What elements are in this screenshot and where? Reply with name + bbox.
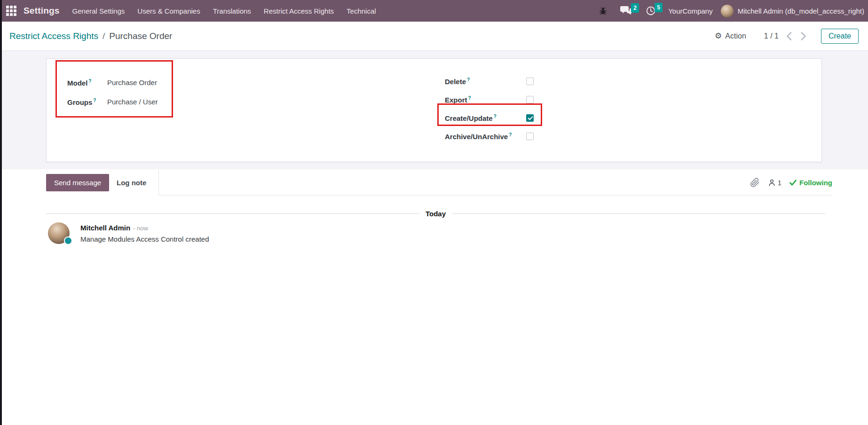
message-timestamp: - now	[133, 225, 148, 232]
menu-item-general-settings[interactable]: General Settings	[72, 7, 125, 15]
date-divider-label: Today	[426, 210, 446, 218]
following-button[interactable]: Following	[789, 179, 832, 187]
log-note-button[interactable]: Log note	[117, 174, 146, 191]
chevron-left-icon	[787, 32, 792, 40]
control-panel-right: ⚙ Action 1 / 1 Create	[715, 29, 859, 44]
activities-badge: 5	[655, 3, 663, 12]
message-text: Manage Modules Access Control created	[80, 235, 209, 243]
message-author-name: Mitchell Admin	[80, 224, 130, 232]
help-icon: ?	[88, 79, 91, 84]
help-icon: ?	[468, 95, 471, 101]
date-divider: Today	[46, 210, 825, 218]
model-field-label: Model?	[67, 79, 107, 87]
breadcrumb: Restrict Access Rights / Purchase Order	[9, 31, 172, 41]
delete-field-label: Delete?	[445, 77, 526, 86]
help-icon: ?	[494, 114, 497, 119]
model-field-value: Purchase Order	[107, 79, 157, 87]
top-navbar: Settings General Settings Users & Compan…	[0, 0, 868, 22]
field-group-right: Delete? Export? Create/Update?	[445, 72, 534, 145]
chatter-tabs-underline	[158, 195, 832, 196]
menu-item-users-companies[interactable]: Users & Companies	[137, 7, 200, 15]
archive-unarchive-checkbox[interactable]	[526, 133, 534, 140]
chevron-right-icon	[800, 32, 806, 40]
help-icon: ?	[509, 132, 512, 137]
chatter-tabs-divider	[158, 169, 159, 195]
control-panel: Restrict Access Rights / Purchase Order …	[0, 22, 868, 51]
field-row-export: Export?	[445, 90, 534, 109]
message-author-avatar	[48, 222, 70, 244]
gear-icon: ⚙	[715, 32, 722, 40]
message-header: Mitchell Admin - now	[80, 224, 209, 232]
form-sheet: Model? Purchase Order Groups? Purchase /…	[46, 58, 822, 162]
person-icon	[768, 179, 776, 187]
field-row-model: Model? Purchase Order	[67, 73, 158, 92]
pager-previous-button[interactable]	[787, 32, 792, 40]
send-message-button[interactable]: Send message	[46, 174, 109, 191]
action-menu-label: Action	[725, 32, 746, 40]
apps-grid-icon[interactable]	[6, 6, 16, 16]
field-group-left: Model? Purchase Order Groups? Purchase /…	[67, 73, 158, 111]
follower-count: 1	[778, 179, 781, 187]
groups-field-label: Groups?	[67, 98, 107, 106]
chatter: Send message Log note 1 Following	[0, 169, 868, 425]
create-update-checkbox[interactable]	[526, 114, 534, 122]
chatter-toolbar-right: 1 Following	[750, 174, 832, 191]
field-row-groups: Groups? Purchase / User	[67, 92, 158, 111]
form-view-background: Model? Purchase Order Groups? Purchase /…	[0, 51, 868, 169]
groups-field-value: Purchase / User	[107, 98, 158, 106]
activities-clock-icon[interactable]: 5	[646, 6, 656, 16]
breadcrumb-current: Purchase Order	[109, 31, 172, 41]
help-icon: ?	[467, 77, 470, 82]
app-menu-settings[interactable]: Settings	[24, 6, 60, 16]
followers-button[interactable]: 1	[768, 179, 781, 187]
menu-item-translations[interactable]: Translations	[213, 7, 251, 15]
create-update-field-label: Create/Update?	[445, 114, 526, 122]
check-icon	[789, 180, 797, 186]
action-menu-button[interactable]: ⚙ Action	[715, 32, 746, 40]
export-field-label: Export?	[445, 95, 526, 104]
create-button[interactable]: Create	[821, 29, 859, 44]
delete-checkbox[interactable]	[526, 78, 534, 85]
user-avatar[interactable]	[721, 5, 734, 17]
user-menu[interactable]: Mitchell Admin (db_model_access_right)	[738, 7, 864, 15]
field-row-create-update: Create/Update?	[445, 109, 534, 127]
thread-message: Mitchell Admin - now Manage Modules Acce…	[48, 222, 209, 244]
debug-bug-icon[interactable]	[599, 7, 607, 15]
breadcrumb-parent-link[interactable]: Restrict Access Rights	[9, 31, 98, 41]
main-menu: General Settings Users & Companies Trans…	[72, 7, 376, 15]
pager-value[interactable]: 1 / 1	[764, 32, 779, 40]
company-switcher[interactable]: YourCompany	[668, 7, 713, 15]
attachment-button[interactable]	[750, 178, 760, 188]
message-body: Mitchell Admin - now Manage Modules Acce…	[80, 222, 209, 244]
field-row-delete: Delete?	[445, 72, 534, 90]
menu-item-restrict-access-rights[interactable]: Restrict Access Rights	[264, 7, 334, 15]
topbar-right-tools: 2 5 YourCompany Mitchell Admin (db_model…	[599, 5, 868, 17]
paperclip-icon	[750, 178, 760, 188]
pager-next-button[interactable]	[800, 32, 806, 40]
odoo-settings-window: Settings General Settings Users & Compan…	[0, 0, 868, 425]
export-checkbox[interactable]	[526, 96, 534, 103]
breadcrumb-separator: /	[103, 31, 105, 41]
help-icon: ?	[93, 98, 96, 103]
online-status-dot	[64, 236, 72, 245]
messages-badge: 2	[631, 3, 639, 13]
screenshot-left-edge	[0, 0, 2, 425]
field-row-archive-unarchive: Archive/UnArchive?	[445, 127, 534, 145]
following-label: Following	[799, 179, 832, 187]
divider-line	[452, 213, 825, 214]
archive-unarchive-field-label: Archive/UnArchive?	[445, 132, 526, 141]
divider-line	[46, 213, 419, 214]
messages-icon[interactable]: 2	[620, 6, 632, 16]
menu-item-technical[interactable]: Technical	[347, 7, 376, 15]
